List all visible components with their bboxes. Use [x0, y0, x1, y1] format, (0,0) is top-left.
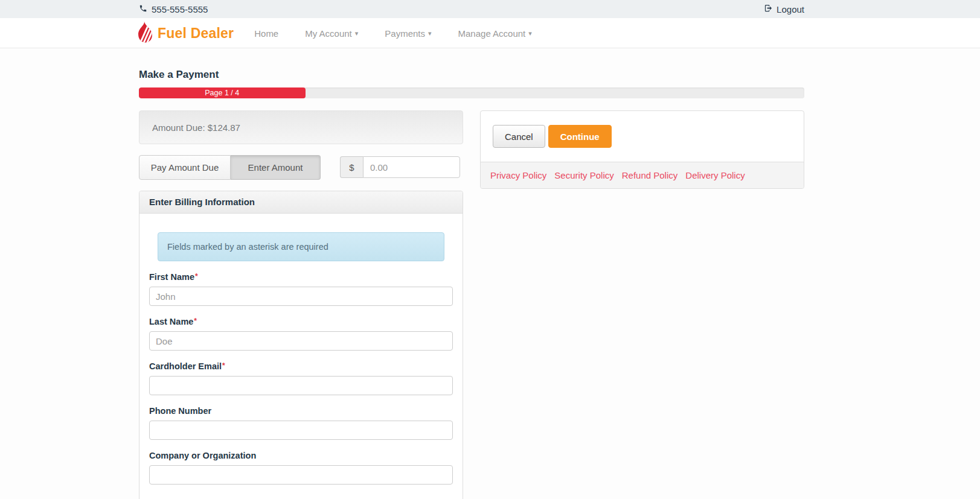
phone-number-input[interactable]: [149, 421, 453, 440]
action-card: Cancel Continue Privacy Policy Security …: [480, 110, 804, 189]
caret-down-icon: ▾: [355, 30, 359, 37]
delivery-policy-link[interactable]: Delivery Policy: [685, 170, 745, 180]
amount-due-text: Amount Due: $124.87: [152, 122, 240, 133]
nav-item-payments[interactable]: Payments ▾: [385, 28, 431, 39]
nav-item-label: Home: [254, 28, 278, 39]
last-name-label: Last Name*: [149, 317, 453, 326]
nav-item-label: Manage Account: [458, 28, 526, 39]
payment-column: Amount Due: $124.87 Pay Amount Due Enter…: [139, 110, 463, 499]
brand-logo[interactable]: Fuel Dealer: [135, 21, 234, 45]
enter-amount-button[interactable]: Enter Amount: [231, 155, 321, 180]
amount-input-group: $: [340, 156, 460, 178]
field-label-text: Last Name: [149, 317, 193, 326]
security-policy-link[interactable]: Security Policy: [554, 170, 613, 180]
required-asterisk: *: [195, 272, 198, 281]
progress-label: Page 1 / 4: [205, 89, 239, 97]
nav-item-label: Payments: [385, 28, 425, 39]
phone-contact: 555-555-5555: [139, 4, 208, 14]
continue-button[interactable]: Continue: [548, 125, 612, 148]
field-label-text: First Name: [149, 272, 194, 282]
field-label-text: Company or Organization: [149, 451, 256, 460]
nav-links: Home My Account ▾ Payments ▾ Manage Acco…: [254, 28, 532, 39]
amount-due-panel: Amount Due: $124.87: [139, 110, 463, 144]
phone-icon: [139, 4, 147, 14]
main-content: Make a Payment Page 1 / 4 Amount Due: $1…: [139, 69, 804, 499]
cancel-button[interactable]: Cancel: [493, 125, 545, 148]
first-name-group: First Name*: [149, 272, 453, 306]
billing-panel-header: Enter Billing Information: [139, 191, 463, 214]
main-navbar: Fuel Dealer Home My Account ▾ Payments ▾…: [0, 18, 980, 48]
utility-bar: 555-555-5555 Logout: [0, 0, 980, 18]
nav-item-manage-account[interactable]: Manage Account ▾: [458, 28, 532, 39]
company-group: Company or Organization*: [149, 451, 453, 485]
cardholder-email-group: Cardholder Email*: [149, 361, 453, 395]
last-name-group: Last Name*: [149, 317, 453, 351]
logout-button[interactable]: Logout: [764, 4, 804, 14]
phone-number-group: Phone Number*: [149, 406, 453, 440]
phone-number: 555-555-5555: [152, 4, 208, 14]
phone-number-label: Phone Number*: [149, 406, 453, 416]
logout-label: Logout: [777, 4, 804, 14]
progress-fill: Page 1 / 4: [139, 87, 306, 98]
privacy-policy-link[interactable]: Privacy Policy: [490, 170, 546, 180]
flame-icon: [135, 21, 153, 45]
cardholder-email-label: Cardholder Email*: [149, 361, 453, 371]
amount-mode-toggle: Pay Amount Due Enter Amount: [139, 155, 321, 180]
billing-panel: Enter Billing Information Fields marked …: [139, 191, 463, 499]
currency-addon: $: [340, 156, 363, 178]
progress-bar: Page 1 / 4: [139, 87, 804, 98]
company-label: Company or Organization*: [149, 451, 453, 460]
action-card-body: Cancel Continue: [481, 111, 804, 162]
nav-item-home[interactable]: Home: [254, 28, 278, 39]
caret-down-icon: ▾: [528, 30, 532, 37]
amount-input[interactable]: [363, 156, 460, 178]
company-input[interactable]: [149, 465, 453, 485]
caret-down-icon: ▾: [428, 30, 432, 37]
refund-policy-link[interactable]: Refund Policy: [622, 170, 678, 180]
amount-selector-row: Pay Amount Due Enter Amount $: [139, 155, 463, 180]
required-asterisk: *: [194, 317, 197, 325]
first-name-input[interactable]: [149, 287, 453, 306]
page-title: Make a Payment: [139, 69, 804, 81]
billing-panel-body: Fields marked by an asterisk are require…: [139, 214, 463, 499]
field-label-text: Phone Number: [149, 406, 211, 416]
required-asterisk: *: [222, 361, 225, 370]
first-name-label: First Name*: [149, 272, 453, 282]
cardholder-email-input[interactable]: [149, 376, 453, 395]
required-fields-alert: Fields marked by an asterisk are require…: [158, 232, 444, 261]
logout-icon: [764, 4, 773, 14]
nav-item-label: My Account: [305, 28, 352, 39]
nav-item-my-account[interactable]: My Account ▾: [305, 28, 358, 39]
actions-column: Cancel Continue Privacy Policy Security …: [480, 110, 804, 189]
pay-amount-due-button[interactable]: Pay Amount Due: [139, 155, 231, 180]
brand-name: Fuel Dealer: [158, 25, 234, 42]
last-name-input[interactable]: [149, 331, 453, 351]
field-label-text: Cardholder Email: [149, 361, 222, 371]
policy-links: Privacy Policy Security Policy Refund Po…: [481, 162, 804, 188]
